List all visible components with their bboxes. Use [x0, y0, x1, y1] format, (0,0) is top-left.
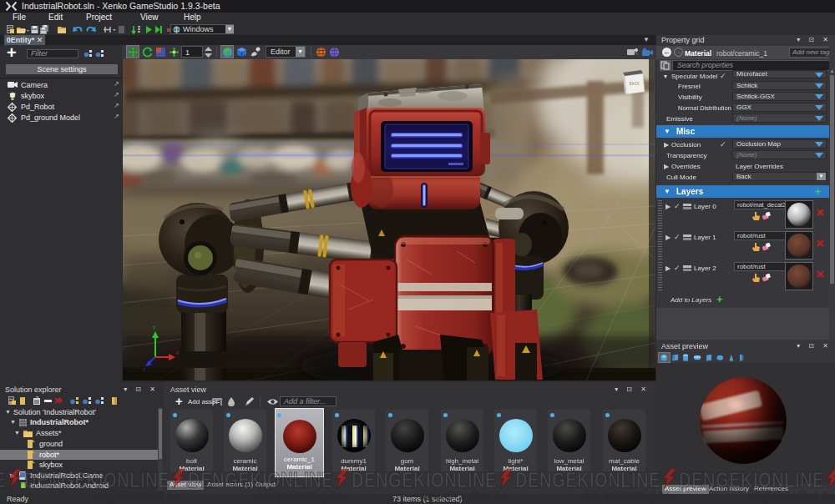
svg-text:Z: Z — [143, 367, 145, 372]
svg-text:BACK: BACK — [630, 82, 640, 86]
